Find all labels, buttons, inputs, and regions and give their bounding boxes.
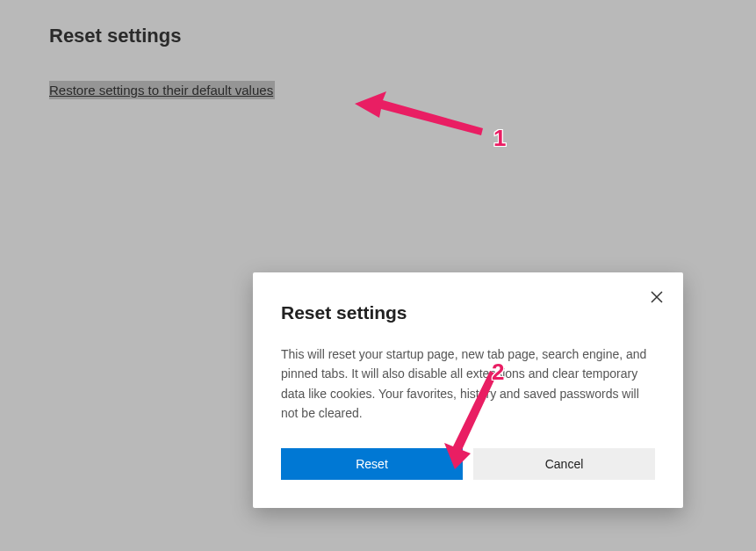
annotation-label-2: 2	[492, 359, 504, 386]
restore-settings-link[interactable]: Restore settings to their default values	[49, 81, 275, 99]
reset-button[interactable]: Reset	[281, 448, 463, 480]
annotation-arrow-1	[351, 86, 492, 139]
close-button[interactable]	[646, 286, 667, 308]
close-icon	[651, 291, 663, 303]
dialog-title: Reset settings	[281, 302, 655, 323]
page-title: Reset settings	[49, 25, 181, 47]
annotation-label-1: 1	[493, 125, 506, 152]
